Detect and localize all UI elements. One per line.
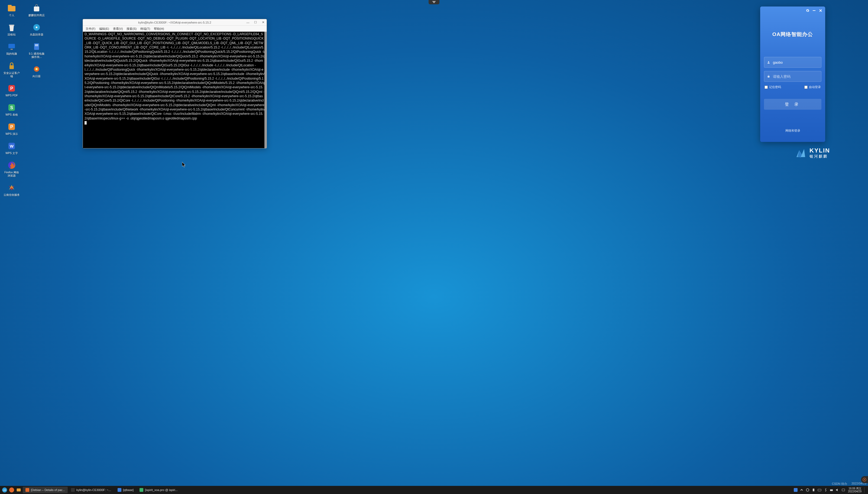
- side-badge[interactable]: [861, 476, 868, 483]
- tray-notification-icon[interactable]: [842, 488, 845, 492]
- svg-point-37: [806, 489, 809, 491]
- desktop-icon-WPS 文字[interactable]: WWPS 文字: [3, 141, 20, 155]
- top-panel-handle[interactable]: [429, 0, 439, 4]
- svg-rect-18: [34, 43, 39, 50]
- task-label: [ispirit_xoa.pro @ ispiri...: [145, 488, 178, 492]
- task-app-icon: [25, 488, 29, 492]
- taskbar-clock[interactable]: 16:06 周五 2022/04/29: [846, 487, 863, 493]
- terminal-text: D_WARNINGS -DQT_NO_NARROWING_CONVERSIONS…: [84, 32, 265, 120]
- taskbar: UK [Debian – Details of pac...kylin@kyli…: [0, 486, 868, 494]
- password-field-wrap: [764, 71, 822, 82]
- svg-text:P: P: [10, 125, 13, 129]
- tray-disc-icon[interactable]: [806, 488, 810, 492]
- settings-icon[interactable]: [806, 9, 810, 13]
- files-launcher[interactable]: [16, 487, 22, 493]
- disc-icon: [32, 22, 41, 32]
- desktop-icon-WPS 表格[interactable]: SWPS 表格: [3, 103, 20, 116]
- menu-文件(F)[interactable]: 文件(F): [86, 27, 95, 31]
- desktop-icon-我的电脑[interactable]: 我的电脑: [3, 42, 20, 56]
- close-button[interactable]: ✕: [261, 21, 265, 24]
- taskbar-task[interactable]: [Debian – Details of pac...: [23, 487, 68, 493]
- lock-icon: [767, 74, 770, 79]
- taskbar-task[interactable]: [ispirit_xoa.pro @ ispiri...: [137, 487, 181, 493]
- svg-point-30: [9, 488, 14, 492]
- desktop-icon-WPS 演示[interactable]: PWPS 演示: [3, 122, 20, 136]
- desktop-icon-label: 安全认证客户端: [3, 72, 20, 78]
- remember-checkbox[interactable]: 记住密码: [765, 85, 781, 89]
- tray-chevron-icon[interactable]: [800, 488, 804, 492]
- tray-app-icon[interactable]: [794, 488, 797, 492]
- desktop-icon-光盘刻录器[interactable]: 光盘刻录器: [28, 22, 45, 36]
- task-label: kylin@kylin-CE3000F: ~/...: [76, 488, 112, 492]
- oa-title: OA网络智能办公: [760, 31, 825, 38]
- show-desktop-button[interactable]: [864, 487, 866, 493]
- desktop-icon-回收站[interactable]: 回收站: [3, 22, 20, 36]
- desktop-icon-Firefox 网络浏览器[interactable]: Firefox 网络浏览器: [3, 160, 20, 177]
- terminal-output[interactable]: D_WARNINGS -DQT_NO_NARROWING_CONVERSIONS…: [83, 32, 267, 148]
- desktop-icon-label: 云南信创服务: [3, 193, 20, 197]
- desktop-icons: 个人回收站我的电脑安全认证客户端PWPS PDFSWPS 表格PWPS 演示WW…: [3, 3, 45, 197]
- firefox-launcher[interactable]: [9, 487, 15, 493]
- tray-volume-icon[interactable]: [835, 488, 839, 492]
- s-icon: S: [7, 103, 17, 112]
- minimize-button[interactable]: —: [246, 21, 250, 24]
- svg-rect-41: [842, 489, 845, 491]
- menu-编辑(E)[interactable]: 编辑(E): [99, 27, 109, 31]
- system-tray: [794, 488, 845, 492]
- desktop-icon-个人[interactable]: 个人: [3, 3, 20, 17]
- svg-rect-19: [35, 44, 38, 45]
- kylin-mark-icon: [794, 146, 807, 160]
- maximize-button[interactable]: ☐: [253, 21, 257, 24]
- w-icon: W: [7, 141, 17, 151]
- password-input[interactable]: [773, 75, 818, 78]
- bag-icon: [32, 3, 41, 13]
- user-icon: [767, 60, 770, 65]
- terminal-cursor: [84, 121, 87, 125]
- desktop-icon-麒麟软件商店[interactable]: 麒麟软件商店: [28, 3, 45, 17]
- network-login-link[interactable]: 网络和登录: [760, 129, 825, 133]
- taskbar-task[interactable]: kylin@kylin-CE3000F: ~/...: [68, 487, 114, 493]
- desktop-icon-安全认证客户端[interactable]: 安全认证客户端: [3, 61, 20, 78]
- terminal-titlebar[interactable]: kylin@kylin-CE3000F: ~/XOA/qt-everywhere…: [83, 19, 267, 26]
- login-button[interactable]: 登 录: [764, 99, 822, 110]
- svg-point-27: [864, 479, 865, 480]
- desktop-icon-WPS PDF[interactable]: PWPS PDF: [3, 83, 20, 97]
- svg-text:S: S: [10, 106, 13, 110]
- tray-usb-icon[interactable]: [812, 488, 815, 492]
- svg-rect-3: [8, 44, 15, 48]
- svg-point-17: [36, 26, 37, 28]
- tray-bluetooth-icon[interactable]: [824, 488, 827, 492]
- start-button[interactable]: UK: [2, 487, 7, 493]
- tray-network-icon[interactable]: [830, 488, 833, 492]
- desktop-icon-云南信创服务[interactable]: 云南信创服务: [3, 183, 20, 197]
- terminal-menubar: 文件(F)编辑(E)查看(V)搜索(S)终端(T)帮助(H): [83, 26, 267, 32]
- tray-keyboard-icon[interactable]: [818, 488, 822, 492]
- close-icon[interactable]: [819, 9, 823, 13]
- terminal-window[interactable]: kylin@kylin-CE3000F: ~/XOA/qt-everywhere…: [83, 19, 267, 148]
- menu-搜索(S)[interactable]: 搜索(S): [127, 27, 136, 31]
- menu-帮助(H)[interactable]: 帮助(H): [154, 27, 164, 31]
- svg-rect-35: [139, 488, 143, 492]
- menu-查看(V)[interactable]: 查看(V): [113, 27, 123, 31]
- taskbar-task[interactable]: [qtbase]: [115, 487, 136, 493]
- desktop-icon-label: Firefox 网络浏览器: [3, 171, 20, 177]
- desktop-icon-9.1-通用电脑操作简...[interactable]: 9.1-通用电脑操作简...: [28, 42, 45, 59]
- task-label: [qtbase]: [123, 488, 134, 492]
- doc-icon: [32, 42, 41, 52]
- minimize-icon[interactable]: [812, 9, 816, 13]
- task-app-icon: [71, 488, 75, 492]
- autologin-checkbox[interactable]: 自动登录: [804, 85, 821, 89]
- folder-icon: [7, 3, 17, 13]
- monitor-icon: [7, 42, 17, 52]
- desktop-icon-label: 9.1-通用电脑操作简...: [28, 52, 45, 59]
- svg-rect-1: [8, 5, 12, 7]
- desktop-icon-向日葵[interactable]: 向日葵: [28, 64, 45, 78]
- kylin-logo: KYLIN 银河麒麟: [794, 146, 830, 160]
- oa-login-window[interactable]: OA网络智能办公 记住密码 自动登录 登 录 网络和登录: [760, 6, 825, 142]
- username-input[interactable]: [773, 60, 818, 64]
- kylin-brand-text: KYLIN: [810, 147, 830, 154]
- desktop-icon-label: WPS 文字: [5, 152, 18, 155]
- svg-rect-15: [34, 6, 39, 12]
- svg-rect-25: [768, 76, 770, 77]
- menu-终端(T)[interactable]: 终端(T): [140, 27, 150, 31]
